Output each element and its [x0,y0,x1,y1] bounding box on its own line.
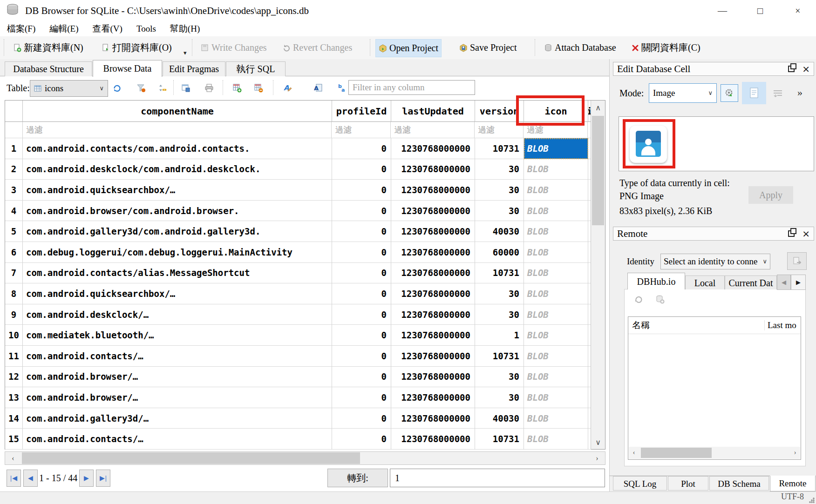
cell-profileId[interactable]: 0 [332,180,391,201]
vertical-scrollbar-thumb[interactable] [592,116,604,225]
write-changes-button[interactable]: Write Changes [198,39,270,56]
remote-refresh-button[interactable] [632,293,645,305]
filter-version[interactable]: 過濾 [475,122,524,138]
scroll-down-icon[interactable]: ∨ [591,435,605,449]
new-database-button[interactable]: 新建資料庫(N) [10,39,86,56]
row-number[interactable]: 6 [5,242,23,263]
menu-file[interactable]: 檔案(F) [0,21,42,36]
cell-version[interactable]: 30 [475,387,524,408]
remote-list-scrollbar-thumb[interactable] [641,448,712,458]
cell-lastUpdated[interactable]: 1230768000000 [391,263,475,284]
cell-lastUpdated[interactable]: 1230768000000 [391,387,475,408]
cell-lastUpdated[interactable]: 1230768000000 [391,325,475,346]
attach-database-button[interactable]: Attach Database [541,39,619,56]
tab-edit-pragmas[interactable]: Edit Pragmas [163,61,225,76]
cell-icon[interactable]: BLOB [524,283,588,304]
cell-lastUpdated[interactable]: 1230768000000 [391,201,475,222]
menu-view[interactable]: 查看(V) [86,21,129,36]
remote-list-scrollbar[interactable]: ‹ › [629,447,800,459]
horizontal-scrollbar[interactable]: ‹ › [5,451,605,465]
tab-current-database[interactable]: Current Dat [725,276,777,289]
cell-componentName[interactable]: com.android.browser/… [23,387,332,408]
save-results-button[interactable] [180,82,192,94]
cell-profileId[interactable]: 0 [332,429,391,450]
filter-profileId[interactable]: 過濾 [332,122,391,138]
row-number[interactable]: 4 [5,201,23,222]
cell-version[interactable]: 10731 [475,263,524,284]
cell-icon[interactable]: BLOB [524,429,588,450]
toolbar-overflow-icon[interactable]: » [797,87,802,99]
filter-any-column-input[interactable] [348,80,475,95]
row-number[interactable]: 15 [5,429,23,450]
cell-version[interactable]: 30 [475,180,524,201]
filter-lastUpdated[interactable]: 過濾 [391,122,475,138]
cell-lastUpdated[interactable]: 1230768000000 [391,367,475,388]
cell-icon[interactable]: BLOB [524,201,588,222]
print-rows-button[interactable]: A [312,82,324,94]
column-header-version[interactable]: version [475,101,524,122]
cell-version[interactable]: 30 [475,159,524,180]
previous-record-button[interactable]: ◀ [23,470,38,487]
row-number[interactable]: 9 [5,304,23,325]
column-header-icon[interactable]: icon [524,101,588,122]
cell-lastUpdated[interactable]: 1230768000000 [391,408,475,429]
scroll-left-icon[interactable]: ‹ [629,447,639,459]
vertical-scrollbar[interactable]: ∧ ∨ [591,101,605,449]
cell-icon[interactable]: BLOB [524,263,588,284]
cell-componentName[interactable]: com.android.quicksearchbox/… [23,180,332,201]
cell-lastUpdated[interactable]: 1230768000000 [391,429,475,450]
cell-componentName[interactable]: com.android.contacts/com.android.contact… [23,138,332,159]
tab-dbhub[interactable]: DBHub.io [627,273,685,289]
cell-lastUpdated[interactable]: 1230768000000 [391,242,475,263]
resize-grip[interactable] [809,497,815,503]
row-number[interactable]: 12 [5,367,23,388]
revert-changes-button[interactable]: Revert Changes [279,39,355,56]
remote-list-header-lastmodified[interactable]: Last mo [764,320,796,330]
column-header-componentName[interactable]: componentName [23,101,332,122]
cell-profileId[interactable]: 0 [332,346,391,367]
cell-componentName[interactable]: com.android.quicksearchbox/… [23,283,332,304]
cell-lastUpdated[interactable]: 1230768000000 [391,138,475,159]
mode-selector[interactable]: Image ∨ [649,83,717,103]
cell-profileId[interactable]: 0 [332,201,391,222]
print-button[interactable] [203,82,215,94]
cell-icon[interactable]: BLOB [524,346,588,367]
cell-lastUpdated[interactable]: 1230768000000 [391,346,475,367]
row-number[interactable]: 14 [5,408,23,429]
close-database-button[interactable]: 關閉資料庫(C) [629,39,703,56]
column-header-profileId[interactable]: profileId [332,101,391,122]
cell-componentName[interactable]: com.android.deskclock/com.android.deskcl… [23,159,332,180]
encoding-label[interactable]: UTF-8 [781,492,804,502]
cell-componentName[interactable]: com.android.contacts/… [23,346,332,367]
corner-header[interactable] [5,101,23,122]
cell-version[interactable]: 30 [475,283,524,304]
cell-lastUpdated[interactable]: 1230768000000 [391,221,475,242]
row-number[interactable]: 3 [5,180,23,201]
cell-version[interactable]: 30 [475,201,524,222]
cell-componentName[interactable]: com.android.deskclock/… [23,304,332,325]
word-wrap-icon[interactable] [771,87,785,100]
cell-componentName[interactable]: com.debug.loggerui/com.debug.loggerui.Ma… [23,242,332,263]
cell-profileId[interactable]: 0 [332,304,391,325]
remote-clone-database-button[interactable] [654,293,666,305]
open-project-button[interactable]: Open Project [375,39,442,57]
cell-profileId[interactable]: 0 [332,263,391,284]
cell-profileId[interactable]: 0 [332,242,391,263]
remote-database-list[interactable]: 名稱 Last mo ‹ › [628,316,801,460]
cell-componentName[interactable]: com.android.contacts/… [23,429,332,450]
cell-profileId[interactable]: 0 [332,221,391,242]
float-panel-icon[interactable] [788,66,795,72]
cell-version[interactable]: 30 [475,367,524,388]
tab-browse-data[interactable]: Browse Data [93,60,162,77]
cell-componentName[interactable]: com.android.browser/… [23,367,332,388]
cell-icon[interactable]: BLOB [524,304,588,325]
tab-execute-sql[interactable]: 執行 SQL [226,61,286,76]
row-number[interactable]: 11 [5,346,23,367]
tab-scroll-left-icon[interactable]: ◀ [777,275,791,290]
cell-componentName[interactable]: com.android.contacts/alias.MessageShortc… [23,263,332,284]
scroll-right-icon[interactable]: › [590,452,604,464]
cell-profileId[interactable]: 0 [332,387,391,408]
open-database-dropdown-arrow[interactable]: ▾ [184,49,187,57]
last-record-button[interactable]: ▶| [96,470,110,487]
cell-lastUpdated[interactable]: 1230768000000 [391,180,475,201]
